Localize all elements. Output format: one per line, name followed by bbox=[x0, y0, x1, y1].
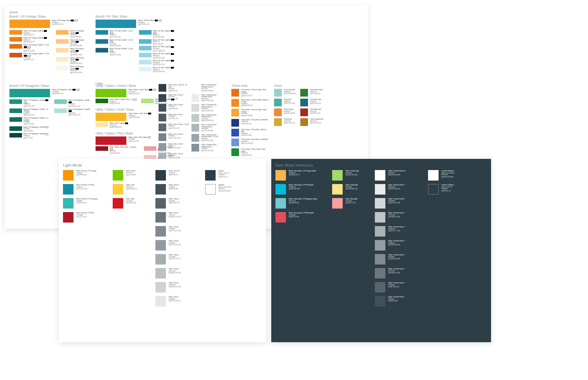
swatch-chip bbox=[428, 184, 439, 195]
swatch-meta: Brand / VP-Teal / Dark02 · C1 AA#1C7890r… bbox=[110, 39, 135, 47]
swatch-chip bbox=[139, 53, 152, 57]
swatch-chip bbox=[54, 99, 67, 104]
swatch-chip bbox=[375, 212, 385, 223]
swatch: Utility / Grey / Grey-8#41505Argb(65,80,… bbox=[159, 104, 190, 112]
board-dark-mode: Dark Mode Inversions Brand / Secondary /… bbox=[271, 159, 491, 342]
swatch: Brand / Primary / VP-Red#AD182Brgb(171,2… bbox=[63, 212, 108, 223]
swatch: Brand / Primary / VP-Teal#148FA7rgb(20,1… bbox=[63, 184, 108, 195]
swatch-meta: Brand / Primary / VP-Seagreen#2B8B87rgb(… bbox=[76, 198, 98, 204]
swatch: Brand / VP-Seagreen / Dark03 · C1 AA#146… bbox=[9, 117, 50, 125]
swatch-chip bbox=[428, 170, 439, 181]
swatch: Utility / Inverted-Grey / Inverted-Grey-… bbox=[191, 124, 223, 132]
swatch-meta: Chart-Teal-Light#9AD0CArgb(154,208,202) bbox=[284, 89, 296, 95]
swatch-chip bbox=[155, 198, 166, 209]
swatch-chip bbox=[274, 118, 282, 126]
swatch: Utility / Inverted-Grey-10#FFFFFFrgb(255… bbox=[375, 170, 424, 181]
swatch-chip bbox=[191, 124, 199, 132]
swatch: Brand / VP-Teal / Dark01 · C1 AA#1F86A1r… bbox=[96, 30, 135, 38]
swatch: Chart-Orange#F0883Argb(240,136,58) bbox=[274, 108, 296, 116]
swatch: Brand / VP-Seagreen / Dark04#105A50rgb(1… bbox=[9, 126, 50, 132]
swatch-meta: Utility / Inverted-Grey-10#FFFFFFrgb(255… bbox=[388, 170, 405, 176]
swatch-meta: Brand / VP-Teal / Light06#E0F2F6rgb(224,… bbox=[153, 67, 174, 73]
swatch-chip bbox=[275, 184, 286, 195]
swatch: Utility / Inverted-Grey-6#ABB1B5rgb(171,… bbox=[375, 226, 424, 237]
swatch-meta: Thrive Areas / Thrive-Green / Dark-Green… bbox=[241, 148, 270, 156]
swatch-meta: Brand / VP-Seagreen / Dark02 · C1 AA#188… bbox=[23, 108, 50, 117]
swatch: Brand / VP-Seagreen / Dark05#0B463Ergb(1… bbox=[9, 133, 50, 139]
swatch: Brand / VP-Orange / Light05#FEF4E6rgb(25… bbox=[56, 66, 90, 74]
swatch: Brand / VP-Orange / Light03#FDD9A8rgb(25… bbox=[56, 48, 90, 56]
swatch: Utility / Inverted-Grey-3#6C787Ergb(108,… bbox=[375, 268, 424, 279]
swatch-chip bbox=[96, 136, 126, 145]
swatch: Thrive Areas / Thrive-Orange / Medium-Or… bbox=[231, 99, 270, 107]
swatch: Utility / Grey-8#56646Brgb(86,100,107) bbox=[155, 198, 201, 209]
swatch-meta: Utility / Green-Light#A2D967rgb(162,218,… bbox=[345, 170, 359, 176]
swatch-chip bbox=[159, 133, 166, 141]
swatch-chip bbox=[9, 53, 22, 57]
swatch: Utility / Inverted-Grey-7#C0C5C8rgb(192,… bbox=[375, 212, 424, 223]
swatch: Utility / Green-Light#A2D967rgb(162,218,… bbox=[332, 170, 371, 181]
swatch-meta: Brand / VP-Orange / Light02#FCC885rgb(25… bbox=[70, 39, 90, 47]
swatch: Chart-Red-Dark#A52A1Ergb(165,42,30) bbox=[300, 108, 324, 116]
swatch-chip bbox=[159, 94, 166, 102]
swatch-meta: Utility / Grey / Grey-5#75838Crgb(117,13… bbox=[168, 133, 183, 139]
swatch: Darkest:Utility / Grey-10#2D3E47rgb(45,6… bbox=[205, 170, 251, 181]
swatch-chip bbox=[191, 84, 199, 92]
swatch-meta: Utility / Inverted-Grey-9#EAECECrgb(234,… bbox=[388, 184, 404, 190]
swatch: Brand / VP-Teal / Light05#BAE3EDrgb(186,… bbox=[139, 60, 176, 66]
swatch: Utility / Inverted-Grey / Inverted-Grey-… bbox=[191, 144, 223, 152]
swatch-meta: Brand / Primary / VP-Orange#F89600rgb(24… bbox=[76, 170, 97, 176]
swatch: Lightest:Utility / Pure-White#FFFFFFrgb(… bbox=[205, 184, 251, 195]
swatch-meta: Utility / Grey-1#E5E6E7rgb(229,230,231) bbox=[169, 296, 181, 302]
swatch-meta: Utility / Grey-9#415056rgb(65,80,86) bbox=[169, 184, 179, 190]
swatch-chip bbox=[141, 99, 154, 103]
swatch-meta: Utility / Status / Green / Dark · C1#196… bbox=[110, 99, 137, 105]
swatch-chip bbox=[54, 108, 67, 113]
swatch-chip bbox=[96, 122, 108, 127]
swatch-meta: Brand / VP-Teal / Light02#57B7CFrgb(87,1… bbox=[153, 39, 174, 45]
swatch-meta: Utility / Grey / Grey-8#41505Argb(65,80,… bbox=[168, 104, 183, 110]
swatch-chip bbox=[231, 119, 239, 127]
swatch-chip bbox=[375, 226, 385, 237]
swatch-meta: Utility / Red-Light#F12F2Drgb(241,47,45) bbox=[345, 198, 357, 204]
swatch-chip bbox=[375, 184, 385, 195]
swatch-chip bbox=[56, 57, 69, 62]
swatch: Thrive Areas / Thrive-Blue / Dark-Blue#1… bbox=[231, 119, 270, 127]
swatch-chip bbox=[139, 60, 152, 64]
swatch-chip bbox=[332, 170, 343, 181]
swatch-meta: Utility / Inverted-Grey / Inverted-Grey-… bbox=[201, 94, 223, 102]
swatch-meta: Utility / Gold#FFCC33rgb(255,204,51) bbox=[126, 184, 137, 190]
swatch: Brand / Secondary / VP-Orange-Light0#F6B… bbox=[275, 170, 328, 181]
swatch-chip bbox=[274, 89, 282, 97]
swatch: Utility / Red-Light#F12F2Drgb(241,47,45) bbox=[332, 198, 371, 209]
swatch: Brand / VP-Orange / Light04#FEE8C9rgb(25… bbox=[56, 57, 90, 65]
swatch-chip bbox=[155, 282, 166, 293]
swatch-chip bbox=[159, 124, 166, 131]
swatch-chip bbox=[231, 89, 239, 97]
swatch-meta: Utility / Red#D2191Ergb(210,25,30) bbox=[126, 198, 136, 204]
swatch-meta: Brand / VP-Seagreen / Light01#7EC9BFrgb(… bbox=[68, 99, 90, 107]
swatch: Utility / Grey / Grey-4#8E9AA2rgb(142,15… bbox=[159, 143, 190, 151]
swatch-meta: Brand / Primary / VP-Red#AD182Brgb(171,2… bbox=[76, 212, 94, 218]
swatch-meta: Brand / VP-Seagreen / Dark05#0B463Ergb(1… bbox=[23, 133, 49, 139]
swatch-chip bbox=[375, 282, 385, 293]
swatch-orange-base: Brand / VP-Orange / Base #F89A1Crgb(248,… bbox=[9, 20, 90, 28]
swatch: Chart-Orange-Dark#B37A1Ergb(179,122,30) bbox=[300, 118, 324, 126]
swatch-meta: Thrive Areas / Thrive-Blue / Medium-Blue… bbox=[241, 129, 270, 137]
swatch-chip bbox=[155, 212, 166, 223]
title-dark-mode: Dark Mode Inversions bbox=[275, 163, 487, 167]
swatch: Brand / VP-Orange / Light02#FCC885rgb(25… bbox=[56, 39, 90, 47]
swatch-meta: Utility / Inverted-Grey-8#D5D8DArgb(213,… bbox=[388, 198, 404, 204]
swatch-chip bbox=[63, 198, 74, 209]
swatch-meta: Chart-Red-Dark#A52A1Ergb(165,42,30) bbox=[310, 108, 321, 114]
swatch-chip bbox=[274, 108, 282, 116]
swatch: Brand / VP-Teal / Light03#75C6DArgb(117,… bbox=[139, 46, 176, 52]
swatch-meta: Brand / VP-Orange / Dark04 · C1 AA#C9571… bbox=[23, 53, 52, 61]
swatch: Utility / Inverted-Grey-8#D5D8DArgb(213,… bbox=[375, 198, 424, 209]
swatch-meta: Utility / Inverted-Grey / Inverted-Grey-… bbox=[201, 144, 223, 152]
swatch-chip bbox=[63, 212, 74, 223]
swatch-chip bbox=[231, 109, 239, 117]
swatch-meta: Chart-Green-Dark#2E7D32rgb(46,125,50) bbox=[310, 89, 323, 95]
swatch: Utility / Inverted-Grey-2#57646Brgb(87,1… bbox=[375, 282, 424, 293]
swatch-meta: Brand / VP-Orange / Light01#FAB45Argb(25… bbox=[70, 30, 90, 38]
